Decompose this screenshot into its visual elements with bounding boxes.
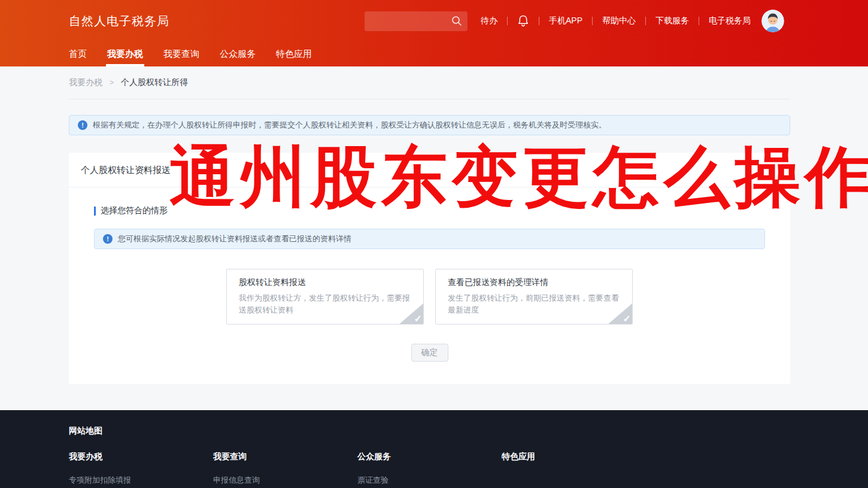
search-icon[interactable]: [451, 16, 462, 26]
help-center-link[interactable]: 帮助中心: [602, 16, 636, 26]
todo-link[interactable]: 待办: [481, 16, 497, 26]
section-accent-bar: [94, 207, 96, 216]
notification-bell-icon[interactable]: [517, 14, 529, 28]
footer-col-header: 我要查询: [213, 451, 357, 462]
nav-tab-featured-apps[interactable]: 特色应用: [276, 42, 312, 66]
breadcrumb-current: 个人股权转让所得: [121, 77, 188, 88]
footer-col-featured-apps: 特色应用: [502, 451, 646, 486]
divider: [507, 17, 508, 25]
main-panel: 个人股权转让资料报送 选择您符合的情形 ! 您可根据实际情况发起股权转让资料报送…: [69, 153, 790, 384]
section-title: 选择您符合的情形: [101, 205, 168, 216]
option-description: 我作为股权转让方，发生了股权转让行为，需要报送股权转让资料: [239, 292, 411, 316]
footer-link-declaration-info[interactable]: 申报信息查询: [213, 475, 357, 486]
confirm-row: 确定: [94, 344, 765, 362]
hint-text: 您可根据实际情况发起股权转让资料报送或者查看已报送的资料详情: [118, 234, 351, 244]
page-content: 我要办税 > 个人股权转让所得 ! 根据有关规定，在办理个人股权转让所得申报时，…: [69, 66, 790, 384]
confirm-button[interactable]: 确定: [411, 344, 448, 362]
footer-link-special-deduction[interactable]: 专项附加扣除填报: [69, 475, 213, 486]
option-title: 股权转让资料报送: [239, 277, 411, 288]
nav-tab-tax-handling[interactable]: 我要办税: [107, 42, 143, 66]
user-avatar[interactable]: [761, 10, 784, 32]
footer-col-header: 特色应用: [502, 451, 646, 462]
main-nav: 首页 我要办税 我要查询 公众服务 特色应用: [0, 42, 868, 66]
option-description: 发生了股权转让行为，前期已报送资料，需要查看最新进度: [448, 292, 620, 316]
footer-sitemap-title: 网站地图: [69, 426, 868, 437]
footer-col-tax-handling: 我要办税 专项附加扣除填报: [69, 451, 213, 486]
option-cards-row: 股权转让资料报送 我作为股权转让方，发生了股权转让行为，需要报送股权转让资料 ✓…: [94, 269, 765, 325]
breadcrumb-parent[interactable]: 我要办税: [69, 77, 102, 88]
notice-text: 根据有关规定，在办理个人股权转让所得申报时，需要提交个人股权转让相关资料，股权受…: [93, 120, 606, 131]
etax-bureau-link[interactable]: 电子税务局: [709, 16, 751, 26]
divider: [645, 17, 646, 25]
option-card-view-progress[interactable]: 查看已报送资料的受理详情 发生了股权转让行为，前期已报送资料，需要查看最新进度 …: [435, 269, 633, 325]
breadcrumb-separator: >: [110, 78, 114, 87]
check-glyph: ✓: [414, 314, 422, 324]
divider: [699, 17, 699, 25]
header-search[interactable]: [365, 11, 468, 31]
footer-columns: 我要办税 专项附加扣除填报 我要查询 申报信息查询 公众服务 票证查验 特色应用: [69, 451, 868, 486]
site-logo[interactable]: 自然人电子税务局: [69, 13, 169, 29]
footer-col-header: 公众服务: [357, 451, 502, 462]
hint-alert: ! 您可根据实际情况发起股权转让资料报送或者查看已报送的资料详情: [94, 229, 765, 249]
nav-tab-public-service[interactable]: 公众服务: [220, 42, 256, 66]
footer-link-ticket-verification[interactable]: 票证查验: [357, 475, 502, 486]
section-header: 选择您符合的情形: [94, 205, 765, 216]
divider: [592, 17, 593, 25]
download-service-link[interactable]: 下载服务: [655, 16, 689, 26]
site-footer: 网站地图 我要办税 专项附加扣除填报 我要查询 申报信息查询 公众服务 票证查验…: [0, 410, 868, 488]
option-title: 查看已报送资料的受理详情: [448, 277, 620, 288]
option-card-submit-materials[interactable]: 股权转让资料报送 我作为股权转让方，发生了股权转让行为，需要报送股权转让资料 ✓: [226, 269, 424, 325]
site-header: 自然人电子税务局 待办 手机APP 帮助中心 下载服务: [0, 0, 868, 66]
footer-col-inquiry: 我要查询 申报信息查询: [213, 451, 357, 486]
mobile-app-link[interactable]: 手机APP: [549, 16, 582, 26]
divider: [539, 17, 539, 25]
check-glyph: ✓: [623, 314, 631, 324]
info-icon: !: [78, 120, 87, 130]
nav-tab-home[interactable]: 首页: [69, 42, 87, 66]
header-top-row: 自然人电子税务局 待办 手机APP 帮助中心 下载服务: [0, 0, 868, 42]
nav-tab-inquiry[interactable]: 我要查询: [163, 42, 199, 66]
info-icon: !: [103, 234, 113, 244]
panel-title: 个人股权转让资料报送: [69, 153, 790, 187]
notice-alert: ! 根据有关规定，在办理个人股权转让所得申报时，需要提交个人股权转让相关资料，股…: [69, 115, 790, 135]
header-quick-links: 待办 手机APP 帮助中心 下载服务 电子税务局: [481, 14, 751, 28]
breadcrumb: 我要办税 > 个人股权转让所得: [69, 66, 790, 99]
panel-body: 选择您符合的情形 ! 您可根据实际情况发起股权转让资料报送或者查看已报送的资料详…: [69, 187, 790, 362]
footer-col-public-service: 公众服务 票证查验: [357, 451, 502, 486]
footer-col-header: 我要办税: [69, 451, 213, 462]
